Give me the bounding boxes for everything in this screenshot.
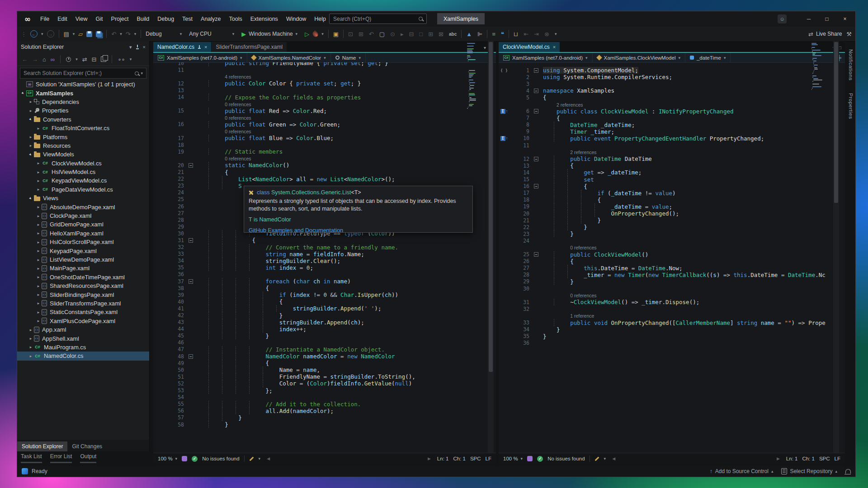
tree-item[interactable]: ▸‹›MainPage.xaml xyxy=(17,264,149,272)
bottom-tab-output[interactable]: Output xyxy=(80,453,96,463)
find-in-files-button[interactable]: ▣ xyxy=(333,31,339,38)
se-back-icon[interactable]: ← xyxy=(22,56,28,63)
new-dropdown[interactable]: ▾ xyxy=(73,32,75,36)
tree-item[interactable]: ▸‹›SliderBindingsPage.xaml xyxy=(17,290,149,299)
tree-item[interactable]: ▸‹›ListViewDemoPage.xaml xyxy=(17,255,149,264)
tree-expander-icon[interactable]: ▸ xyxy=(35,231,42,235)
undo-button[interactable]: ↶ xyxy=(111,31,116,38)
solution-explorer-search[interactable]: Search Solution Explorer (Ctrl+;) ▾ xyxy=(20,68,146,79)
tree-item[interactable]: ▸C#NamedColor.cs xyxy=(17,352,149,360)
open-folder-button[interactable]: ▱ xyxy=(78,31,83,38)
quick-search-box[interactable]: Search (Ctrl+Q) xyxy=(329,14,427,24)
edit-mode-icon[interactable] xyxy=(249,456,254,461)
horizontal-scrollbar[interactable]: ◀▶ xyxy=(265,456,433,461)
tree-item[interactable]: ▸‹›SliderTransformsPage.xaml xyxy=(17,299,149,308)
tab-slidertransformspage-xaml[interactable]: SliderTransformsPage.xaml xyxy=(212,42,287,52)
tree-item[interactable]: ▸‹›GridDemoPage.xaml xyxy=(17,220,149,229)
redo-button[interactable]: ↷ xyxy=(126,31,131,38)
menu-edit[interactable]: Edit xyxy=(53,11,71,27)
tree-item[interactable]: ▸‹›OneShotDateTimePage.xaml xyxy=(17,273,149,282)
editor-right-minimap[interactable] xyxy=(811,43,821,464)
menu-help[interactable]: Help xyxy=(310,11,330,27)
fold-icon[interactable]: − xyxy=(534,184,538,188)
new-file-icon[interactable]: ▢ xyxy=(379,31,385,38)
clear-bookmarks-icon[interactable]: ⊗ xyxy=(544,31,549,38)
tree-expander-icon[interactable]: ▸ xyxy=(35,240,42,244)
tree-item[interactable]: ▸‹›SharedResourcesPage.xaml xyxy=(17,282,149,290)
tree-expander-icon[interactable]: ▸ xyxy=(35,187,42,192)
menu-project[interactable]: Project xyxy=(107,11,133,27)
tree-item[interactable]: ▸C#KeypadViewModel.cs xyxy=(17,176,149,185)
horizontal-scrollbar[interactable]: ◀▶ xyxy=(610,456,782,461)
scope-icon[interactable]: ∘∘ xyxy=(118,56,125,63)
se-switch-views-icon[interactable]: ∞ xyxy=(51,56,55,63)
codelens-references[interactable]: 4 references xyxy=(225,74,251,80)
solution-platforms-dropdown[interactable]: Any CPU▾ xyxy=(185,31,238,37)
toolbar-icon[interactable]: ↶ xyxy=(369,31,374,38)
tree-expander-icon[interactable]: ▸ xyxy=(28,135,34,139)
redo-dropdown[interactable]: ▾ xyxy=(134,32,137,36)
toolbar-icon[interactable]: ⊠ xyxy=(439,31,443,38)
feedback-icon[interactable]: ☺ xyxy=(778,14,787,23)
tree-expander-icon[interactable]: ▸ xyxy=(35,222,42,227)
fold-icon[interactable]: − xyxy=(189,279,193,284)
menu-file[interactable]: File xyxy=(36,11,53,27)
save-button[interactable] xyxy=(86,31,92,37)
codelens-references[interactable]: 2 references xyxy=(570,150,596,155)
tree-expander-icon[interactable]: ▸ xyxy=(28,354,34,358)
hot-reload-icon[interactable] xyxy=(311,30,319,38)
bottom-tab-error-list[interactable]: Error List xyxy=(50,453,72,463)
menu-tools[interactable]: Tools xyxy=(225,11,246,27)
tree-expander-icon[interactable]: ▸ xyxy=(35,205,42,209)
fold-icon[interactable]: − xyxy=(534,252,538,257)
editor-right-scrollbar[interactable] xyxy=(833,41,839,464)
tree-item[interactable]: ▸C#HslViewModel.cs xyxy=(17,168,149,176)
live-share-button[interactable]: ⇄ Live Share xyxy=(808,31,842,38)
editor-left[interactable]: NamedColor.cs×SliderTransformsPage.xaml▾… xyxy=(153,41,496,464)
tree-item[interactable]: ▸‹›XamlPlusCodePage.xaml xyxy=(17,317,149,325)
side-tab-notifications[interactable]: Notifications xyxy=(848,49,854,80)
tree-expander-icon[interactable]: ▸ xyxy=(35,319,42,323)
menu-test[interactable]: Test xyxy=(178,11,197,27)
editor-left-code[interactable]: 10 public string FriendlyName { private … xyxy=(153,62,496,453)
android-icon[interactable]: ⊙ xyxy=(390,31,395,38)
toolbar-icon[interactable]: □ xyxy=(419,31,423,38)
implements-icon[interactable]: I xyxy=(500,136,505,141)
tree-item[interactable]: ▸C#FloatToIntConverter.cs xyxy=(17,124,149,132)
tree-expander-icon[interactable]: ▸ xyxy=(35,266,42,271)
tree-item[interactable]: ▸‹›AppShell.xaml xyxy=(17,334,149,343)
codelens-references[interactable]: 0 references xyxy=(570,245,596,250)
tree-expander-icon[interactable]: ▸ xyxy=(35,126,42,131)
tooltip-github-link[interactable]: GitHub Examples and Documentation xyxy=(249,227,468,234)
collapse-all-icon[interactable]: ⊟ xyxy=(92,56,97,63)
panel-tab-solution-explorer[interactable]: Solution Explorer xyxy=(17,441,67,451)
navigate-back-button[interactable]: ← xyxy=(30,30,38,38)
zoom-dropdown[interactable]: 100 %▾ xyxy=(503,456,523,461)
menu-analyze[interactable]: Analyze xyxy=(197,11,225,27)
tree-item[interactable]: ▸Converters xyxy=(17,115,149,124)
tree-item[interactable]: ▸‹›App.xaml xyxy=(17,325,149,334)
bookmark-icon[interactable]: ⊔ xyxy=(514,31,518,38)
tree-item[interactable]: ▸C#MauiProgram.cs xyxy=(17,343,149,352)
tab-list-icon[interactable]: ▾ xyxy=(484,45,486,50)
toolbar-icon[interactable]: ⊞ xyxy=(428,31,433,38)
properties-window-icon[interactable] xyxy=(101,56,106,62)
toolbar-icon[interactable]: ⊞ xyxy=(359,31,363,38)
tree-item[interactable]: ▸‹›HslColorScrollPage.xaml xyxy=(17,238,149,246)
pin-icon[interactable] xyxy=(136,45,139,49)
fold-icon[interactable]: − xyxy=(189,238,193,243)
editor-left-scrollbar[interactable] xyxy=(488,41,494,464)
edit-mode-icon[interactable] xyxy=(594,456,599,461)
breadcrumb[interactable]: C#XamlSamples (net7.0-android)▾ xyxy=(153,53,247,62)
tree-expander-icon[interactable]: ▸ xyxy=(27,116,35,123)
issues-label[interactable]: No issues found xyxy=(202,456,239,461)
tree-expander-icon[interactable]: ▸ xyxy=(28,99,34,104)
solution-configurations-dropdown[interactable]: Debug▾ xyxy=(142,31,185,37)
tree-item[interactable]: ▸Views xyxy=(17,194,149,202)
fold-icon[interactable]: − xyxy=(534,109,538,113)
tree-expander-icon[interactable]: ▸ xyxy=(28,328,34,332)
se-forward-icon[interactable]: → xyxy=(32,56,38,63)
minimize-button[interactable]: ─ xyxy=(801,16,816,22)
tree-expander-icon[interactable]: ▸ xyxy=(28,345,34,349)
menu-debug[interactable]: Debug xyxy=(153,11,178,27)
